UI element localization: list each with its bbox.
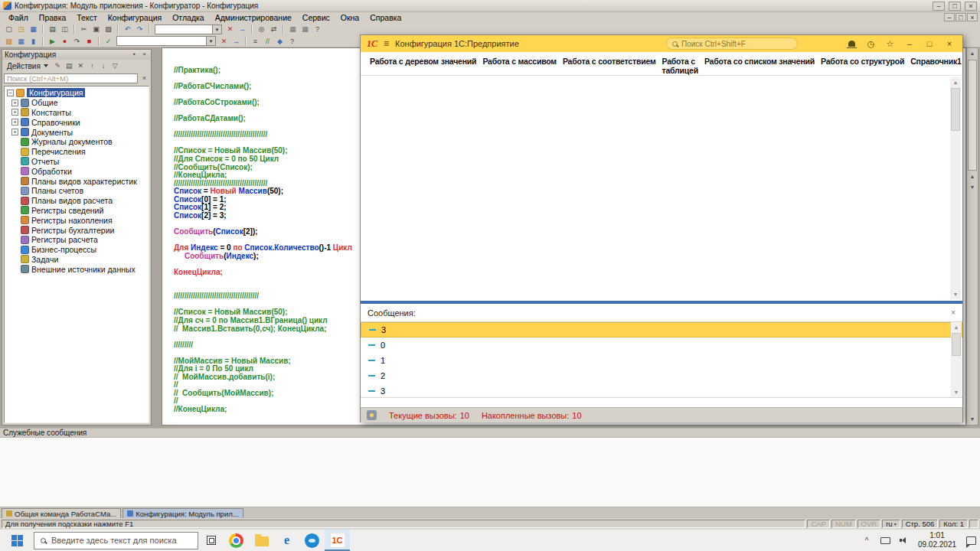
minimize-button[interactable]: –	[933, 2, 945, 11]
start-button[interactable]	[0, 530, 34, 551]
tree-item[interactable]: Регистры бухгалтерии	[11, 225, 149, 235]
comment-icon[interactable]: //	[262, 36, 273, 47]
scrollbar-thumb[interactable]	[952, 333, 961, 356]
pin-icon[interactable]	[130, 51, 139, 59]
scroll-down-icon[interactable]: ▼	[968, 182, 977, 193]
copy-icon[interactable]: ▣	[90, 24, 102, 34]
delete-icon[interactable]: ✕	[76, 61, 86, 71]
menu-item-7[interactable]: Сервис	[297, 12, 335, 23]
new-file-icon[interactable]: ▢	[3, 24, 15, 34]
save-icon[interactable]: ▦	[28, 24, 39, 34]
tab-1[interactable]: Работа с деревом значений	[370, 54, 476, 75]
scroll-down-icon[interactable]: ▼	[967, 414, 978, 425]
doc-tab-2[interactable]: Конфигурация: Модуль прил...	[122, 508, 243, 518]
doc-tab-1[interactable]: Общая команда РаботаСМа...	[2, 508, 121, 518]
open-config-icon[interactable]: ▧	[3, 36, 15, 47]
properties-icon[interactable]: ▤	[64, 61, 74, 71]
expander-plus-icon[interactable]: +	[11, 99, 18, 106]
tree-item[interactable]: +Общие	[11, 98, 149, 108]
undo-icon[interactable]: ↶	[122, 24, 133, 34]
volume-tray-button[interactable]	[894, 530, 913, 551]
open-file-icon[interactable]: ◳	[15, 24, 27, 34]
tree-item[interactable]: Планы видов расчета	[11, 196, 149, 206]
move-down-icon[interactable]: ↓	[99, 61, 109, 71]
tree-item[interactable]: Внешние источники данных	[11, 264, 149, 274]
tree-item[interactable]: Перечисления	[11, 147, 149, 157]
move-up-icon[interactable]: ↑	[87, 61, 97, 71]
onec-taskbar-button[interactable]: 1С	[325, 530, 350, 551]
calendar-icon[interactable]: ▦	[287, 24, 299, 34]
scroll-up-icon[interactable]: ▲	[967, 48, 978, 59]
messages-close-icon[interactable]: ×	[951, 308, 956, 317]
print-icon[interactable]: ▤	[47, 24, 58, 34]
tree-item[interactable]: Регистры сведений	[11, 206, 149, 216]
tree-item[interactable]: Регистры расчета	[11, 235, 149, 245]
tree-item[interactable]: Отчеты	[11, 157, 149, 167]
taskbar-clock[interactable]: 1:01 09.02.2021	[913, 531, 962, 549]
enterprise-minimize-button[interactable]: –	[903, 39, 916, 48]
actions-menu-button[interactable]: Действия	[4, 62, 51, 70]
message-row[interactable]: 2	[361, 368, 962, 383]
print-preview-icon[interactable]: ◫	[59, 24, 70, 34]
message-row[interactable]: 3	[361, 383, 962, 398]
tree-search-clear-icon[interactable]: ×	[139, 73, 149, 83]
tree-item[interactable]: Планы видов характеристик	[11, 176, 149, 186]
edge-taskbar-button[interactable]	[274, 530, 299, 551]
expander-plus-icon[interactable]: +	[11, 129, 18, 135]
stop-debug-icon[interactable]: ■	[83, 36, 95, 47]
procedures-combo[interactable]	[116, 36, 216, 46]
scrollbar-thumb[interactable]	[968, 60, 977, 171]
explorer-taskbar-button[interactable]	[249, 530, 274, 551]
tree-item[interactable]: Регистры накопления	[11, 215, 149, 225]
go-to-icon[interactable]: →	[230, 36, 242, 47]
tree-item[interactable]: Планы счетов	[11, 186, 149, 196]
global-search-input[interactable]: Поиск Ctrl+Shift+F	[666, 37, 798, 50]
tree-search-input[interactable]: Поиск (Ctrl+Alt+M)	[4, 73, 138, 83]
update-db-config-icon[interactable]: ▮	[28, 36, 39, 47]
tree-item[interactable]: Бизнес-процессы	[11, 245, 149, 255]
message-row[interactable]: 0	[361, 337, 962, 353]
find-icon[interactable]: ◎	[256, 24, 267, 34]
clear-combo-icon[interactable]: ✕	[218, 36, 230, 47]
tree-item[interactable]: +Документы	[11, 127, 149, 137]
scroll-up-icon[interactable]: ▲	[968, 171, 977, 182]
message-row[interactable]: 3	[361, 322, 962, 337]
redo-icon[interactable]: ↷	[134, 24, 145, 34]
step-over-icon[interactable]: ↷	[71, 36, 83, 47]
breakpoint-icon[interactable]: ●	[59, 36, 70, 47]
tab-5[interactable]: Работа со списком значений	[704, 54, 815, 75]
expander-minus-icon[interactable]: −	[7, 90, 14, 96]
notifications-bell-icon[interactable]	[848, 41, 855, 47]
menu-item-6[interactable]: Администрирование	[210, 12, 297, 23]
tree-item[interactable]: Задачи	[11, 255, 149, 265]
clear-search-icon[interactable]: ✕	[224, 24, 236, 34]
tray-expand-button[interactable]: ^	[858, 530, 876, 551]
find-next-icon[interactable]: →	[237, 24, 248, 34]
calculator-icon[interactable]: ▩	[299, 24, 311, 34]
menu-item-1[interactable]: Файл	[3, 12, 34, 23]
menu-item-3[interactable]: Текст	[71, 12, 102, 23]
tab-4[interactable]: Работа с таблицей значений	[662, 54, 697, 75]
menu-item-9[interactable]: Справка	[364, 12, 407, 23]
panel-close-icon[interactable]	[140, 51, 149, 59]
paste-icon[interactable]: ▨	[103, 24, 114, 34]
menu-item-4[interactable]: Конфигурация	[103, 12, 167, 23]
tree-item[interactable]: +Константы	[11, 108, 149, 118]
message-row[interactable]: 1	[361, 353, 962, 368]
format-icon[interactable]: ≡	[250, 36, 261, 47]
tree-item[interactable]: +Справочники	[11, 117, 149, 127]
history-icon[interactable]: ◷	[864, 39, 877, 49]
status-lang[interactable]: ru▾	[882, 520, 900, 528]
tree-item[interactable]: −Конфигурация	[7, 88, 149, 98]
save-config-icon[interactable]: ▦	[15, 36, 27, 47]
messages-scrollbar[interactable]: ▲ ▼	[951, 322, 962, 397]
menu-item-8[interactable]: Окна	[335, 12, 364, 23]
tab-6[interactable]: Работа со структурой	[821, 54, 904, 75]
help-icon[interactable]: ?	[312, 24, 323, 34]
scroll-down-icon[interactable]: ▼	[951, 387, 962, 397]
favorites-star-icon[interactable]: ☆	[884, 39, 897, 49]
tab-3[interactable]: Работа с соответствием	[563, 54, 656, 75]
blue-app-taskbar-button[interactable]	[299, 530, 325, 551]
enterprise-maximize-button[interactable]: □	[923, 39, 936, 48]
quick-search-combo[interactable]	[155, 24, 222, 34]
